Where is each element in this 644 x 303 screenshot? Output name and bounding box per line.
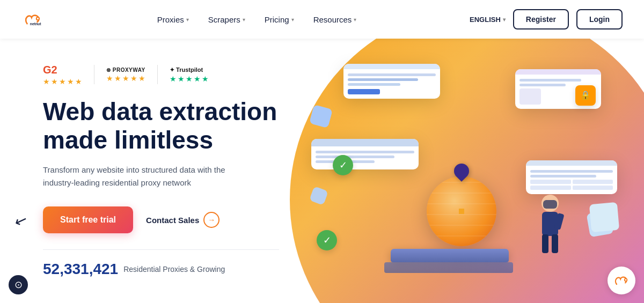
hero-heading: Web data extraction made limitless — [43, 98, 279, 154]
svg-text:netnut: netnut — [30, 22, 42, 26]
badge-g2: G2 ★ ★ ★ ★ ★ — [43, 64, 82, 86]
hero-subtext: Transform any website into structured da… — [43, 164, 247, 189]
logo[interactable]: netnut — [21, 8, 44, 31]
hero-right: ✓ ✓ 🔒 — [279, 39, 644, 303]
proxyway-stars: ★ ★ ★ ★ ★ — [106, 74, 145, 83]
arrow-icon: ↙ — [12, 210, 30, 231]
check-badge-1: ✓ — [333, 155, 353, 175]
connector-dot — [459, 209, 464, 214]
hero-section: G2 ★ ★ ★ ★ ★ ⊗ PROXYWAY ★ ★ ★ ★ ★ — [0, 39, 644, 303]
ui-card-4 — [526, 160, 617, 194]
watermark — [608, 267, 635, 294]
ui-card-3 — [311, 139, 419, 169]
g2-stars: ★ ★ ★ ★ ★ — [43, 77, 82, 86]
login-button[interactable]: Login — [576, 9, 623, 29]
cube-1 — [309, 104, 333, 128]
nav-pricing[interactable]: Pricing ▾ — [257, 11, 302, 28]
trust-badges: G2 ★ ★ ★ ★ ★ ⊗ PROXYWAY ★ ★ ★ ★ ★ — [43, 64, 279, 86]
badge-separator — [94, 65, 94, 84]
arrow-circle-icon: → — [203, 212, 219, 228]
hero-left: G2 ★ ★ ★ ★ ★ ⊗ PROXYWAY ★ ★ ★ ★ ★ — [0, 39, 279, 303]
svg-rect-6 — [552, 234, 558, 253]
badge-separator-2 — [157, 65, 158, 84]
cube-3 — [309, 186, 328, 205]
stat-number: 52,331,421 — [43, 261, 118, 278]
navbar: netnut Proxies ▾ Scrapers ▾ Pricing ▾ Re… — [0, 0, 644, 39]
nav-scrapers[interactable]: Scrapers ▾ — [201, 11, 253, 28]
ui-card-1 — [343, 64, 440, 99]
stats-row: 52,331,421 Residential Proxies & Growing — [43, 249, 279, 278]
accessibility-button[interactable]: ⊙ — [9, 275, 28, 294]
platform — [391, 249, 509, 262]
nav-links: Proxies ▾ Scrapers ▾ Pricing ▾ Resources… — [150, 11, 364, 28]
svg-point-10 — [625, 279, 627, 281]
svg-rect-5 — [542, 234, 548, 253]
svg-rect-8 — [543, 200, 557, 209]
lock-badge: 🔒 — [575, 85, 596, 106]
chevron-down-icon: ▾ — [186, 17, 189, 23]
nav-proxies[interactable]: Proxies ▾ — [150, 11, 196, 28]
start-trial-button[interactable]: Start free trial — [43, 206, 133, 233]
contact-sales-button[interactable]: Contact Sales → — [146, 212, 219, 228]
badge-trustpilot: ✦ Trustpilot ★ ★ ★ ★ ★ — [170, 66, 209, 83]
nav-resources[interactable]: Resources ▾ — [306, 11, 364, 28]
nav-right: ENGLISH ▾ Register Login — [470, 9, 623, 29]
platform-shadow — [384, 262, 513, 273]
stat-label: Residential Proxies & Growing — [123, 265, 225, 274]
language-selector[interactable]: ENGLISH ▾ — [470, 16, 506, 24]
cta-row: ↙ Start free trial Contact Sales → — [43, 206, 279, 233]
check-badge-2: ✓ — [317, 230, 337, 250]
trustpilot-stars: ★ ★ ★ ★ ★ — [170, 75, 209, 83]
character-illustration — [531, 193, 569, 262]
chevron-down-icon: ▾ — [291, 17, 294, 23]
cube-4 — [589, 202, 619, 232]
chevron-down-icon: ▾ — [243, 17, 245, 23]
chevron-down-icon: ▾ — [354, 17, 356, 23]
badge-proxyway: ⊗ PROXYWAY ★ ★ ★ ★ ★ — [106, 67, 145, 83]
chevron-down-icon: ▾ — [503, 17, 506, 23]
svg-point-1 — [37, 18, 39, 19]
hero-illustration: ✓ ✓ 🔒 — [301, 53, 623, 289]
register-button[interactable]: Register — [513, 9, 569, 29]
